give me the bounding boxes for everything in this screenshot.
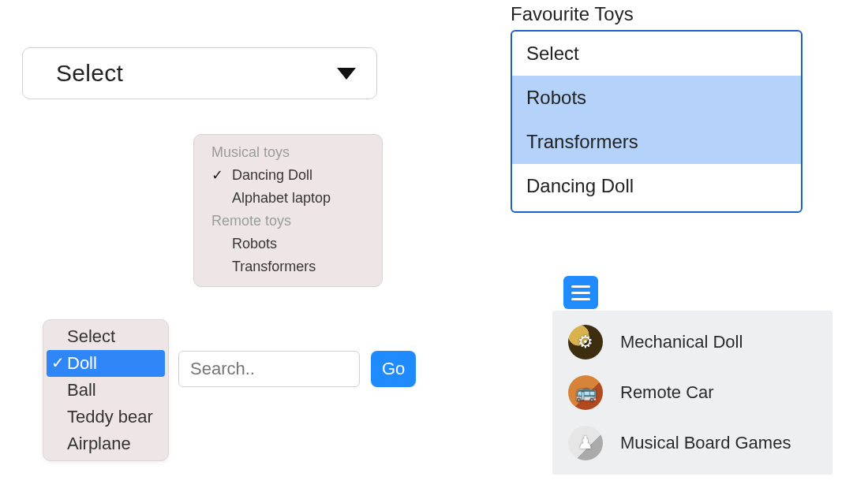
toy-select-value: Select [43,60,123,87]
search-bar: Go [178,351,416,387]
hamburger-button[interactable] [563,276,598,309]
icon-menu-item-musical-board-games[interactable]: ♟ Musical Board Games [552,418,832,468]
single-item-ball[interactable]: Ball [43,377,168,404]
favourites-label: Favourite Toys [511,3,634,25]
single-item-select[interactable]: Select [43,323,168,350]
group-header-remote: Remote toys [194,210,382,233]
icon-menu[interactable]: ⚙ Mechanical Doll 🚌 Remote Car ♟ Musical… [552,311,832,475]
single-item-doll[interactable]: Doll [47,350,165,377]
icon-menu-label: Mechanical Doll [620,332,743,352]
favourites-item-transformers[interactable]: Transformers [512,120,801,164]
grouped-item-transformers[interactable]: Transformers [194,255,382,278]
favourites-item-select[interactable]: Select [512,32,801,76]
grouped-item-alphabet-laptop[interactable]: Alphabet laptop [194,187,382,210]
search-input[interactable] [178,351,360,387]
chevron-down-icon [337,68,356,80]
chess-icon: ♟ [568,426,603,460]
icon-menu-label: Musical Board Games [620,433,791,453]
favourites-listbox[interactable]: Select Robots Transformers Dancing Doll [511,30,803,213]
grouped-item-robots[interactable]: Robots [194,233,382,255]
favourites-item-robots[interactable]: Robots [512,76,801,120]
icon-menu-item-mechanical-doll[interactable]: ⚙ Mechanical Doll [552,317,832,367]
favourites-item-dancing-doll[interactable]: Dancing Doll [512,164,801,208]
single-toy-popup[interactable]: Select Doll Ball Teddy bear Airplane [43,319,169,461]
bus-icon: 🚌 [568,375,603,410]
single-item-airplane[interactable]: Airplane [43,430,168,457]
hamburger-icon [571,292,590,294]
grouped-item-dancing-doll[interactable]: Dancing Doll [194,164,382,187]
icon-menu-label: Remote Car [620,382,714,403]
gear-icon: ⚙ [568,325,603,359]
icon-menu-item-remote-car[interactable]: 🚌 Remote Car [552,367,832,418]
grouped-toy-popup[interactable]: Musical toys Dancing Doll Alphabet lapto… [193,134,383,287]
group-header-musical: Musical toys [194,141,382,164]
go-button[interactable]: Go [371,351,416,387]
toy-select[interactable]: Select [22,47,377,99]
single-item-teddy-bear[interactable]: Teddy bear [43,404,168,430]
